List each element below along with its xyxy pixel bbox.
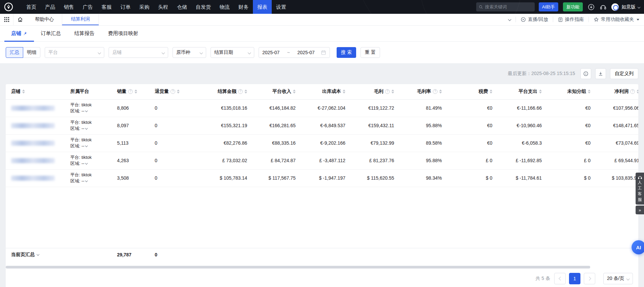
subtab[interactable]: 结算报告 — [68, 26, 101, 41]
help-icon[interactable]: ? — [171, 89, 175, 94]
nav-item[interactable]: 仓储 — [173, 0, 191, 14]
nav-item[interactable]: 报表 — [253, 0, 272, 14]
nav-item[interactable]: 设置 — [272, 0, 291, 14]
help-icon[interactable]: ? — [238, 89, 243, 94]
sort-icon[interactable] — [293, 89, 296, 94]
summary-label[interactable]: 当前页汇总 — [11, 252, 35, 257]
apps-grid-icon[interactable] — [0, 14, 13, 25]
nav-item[interactable]: 自发货 — [191, 0, 215, 14]
subtab[interactable]: 订单汇总 — [34, 26, 68, 41]
sort-icon[interactable] — [637, 89, 638, 94]
sort-icon[interactable] — [588, 89, 591, 94]
currency-select[interactable]: 原币种 — [173, 47, 206, 58]
chevron-down-icon[interactable] — [85, 127, 88, 130]
sort-icon[interactable] — [177, 89, 180, 94]
column-header[interactable]: 净利润? — [591, 84, 638, 99]
next-page-button[interactable] — [584, 273, 595, 284]
favorites-menu[interactable]: 常用功能收藏夹 — [589, 14, 644, 25]
prev-page-button[interactable] — [554, 273, 566, 284]
live-replay-link[interactable]: 直播/回放 — [516, 14, 553, 25]
nav-item[interactable]: 订单 — [116, 0, 135, 14]
sort-icon[interactable] — [539, 89, 542, 94]
subtab[interactable]: 店铺 — [4, 26, 34, 41]
collapse-widget-button[interactable]: » — [636, 206, 644, 214]
column-header[interactable]: 店铺 — [6, 84, 70, 99]
edition-label[interactable]: 如意版 — [621, 4, 636, 10]
column-header[interactable]: 结算金额? — [195, 84, 247, 99]
mode-summary-button[interactable]: 汇总 — [6, 47, 23, 58]
sort-icon[interactable] — [22, 89, 25, 94]
chevron-down-icon[interactable] — [85, 162, 88, 165]
column-header[interactable]: 销量? — [117, 84, 155, 99]
help-icon[interactable]: ? — [385, 89, 390, 94]
column-header[interactable]: 退货量? — [155, 84, 195, 99]
summary-sales: 29,787 — [117, 248, 155, 261]
date-to[interactable]: 2025-07 — [297, 50, 314, 55]
page-1-button[interactable]: 1 — [569, 273, 580, 284]
store-select[interactable]: 店铺 — [109, 47, 168, 58]
column-header[interactable]: 未知分组 — [542, 84, 591, 99]
nav-item[interactable]: 首页 — [22, 0, 41, 14]
global-search[interactable] — [476, 2, 535, 11]
help-icon[interactable]: ? — [630, 89, 635, 94]
column-header[interactable]: 平台收入 — [247, 84, 296, 99]
user-avatar[interactable] — [611, 3, 619, 11]
date-type-select[interactable]: 结算日期 — [211, 47, 254, 58]
export-icon-button[interactable] — [595, 68, 606, 79]
nav-item[interactable]: 广告 — [78, 0, 97, 14]
nav-item[interactable]: 产品 — [41, 0, 60, 14]
platform-select[interactable]: 平台 — [45, 47, 104, 58]
nav-item[interactable]: 销售 — [60, 0, 78, 14]
chevron-down-icon[interactable] — [85, 144, 88, 147]
nav-item[interactable]: 采购 — [135, 0, 154, 14]
date-from[interactable]: 2025-07 — [262, 50, 279, 55]
search-input[interactable] — [485, 4, 532, 9]
sort-icon[interactable] — [135, 89, 137, 94]
home-icon[interactable] — [13, 14, 27, 25]
headset-icon[interactable] — [599, 3, 607, 11]
download-icon[interactable] — [587, 3, 595, 11]
tabs-collapse-icon[interactable] — [504, 17, 516, 22]
tab-help-center[interactable]: 帮助中心 — [27, 14, 62, 25]
nav-item[interactable]: 财务 — [234, 0, 253, 14]
date-range-picker[interactable]: 2025-07 ~ 2025-07 — [259, 47, 330, 58]
subtab[interactable]: 费用项目映射 — [101, 26, 145, 41]
app-logo[interactable] — [4, 2, 13, 11]
column-header[interactable]: 税费 — [442, 84, 492, 99]
info-icon-button[interactable] — [580, 68, 591, 79]
chevron-down-icon[interactable] — [85, 179, 88, 182]
ai-assistant-button[interactable]: AI助手 — [539, 2, 558, 11]
region-value: -- — [81, 126, 84, 131]
help-icon[interactable]: ? — [433, 89, 438, 94]
star-icon — [594, 17, 599, 22]
nav-item[interactable]: 客服 — [97, 0, 116, 14]
horizontal-scrollbar[interactable] — [6, 266, 590, 268]
customize-columns-button[interactable]: 自定义列 — [610, 68, 638, 79]
column-header[interactable]: 所属平台 — [70, 84, 117, 99]
page-size-select[interactable]: 20 条/页 — [603, 273, 633, 284]
column-header[interactable]: 出库成本 — [296, 84, 345, 99]
column-header[interactable]: 毛利率? — [394, 84, 442, 99]
help-icon[interactable]: ? — [128, 89, 133, 94]
sort-icon[interactable] — [439, 89, 442, 94]
sort-icon[interactable] — [244, 89, 247, 94]
guide-link[interactable]: 操作指南 — [553, 14, 589, 25]
nav-item[interactable]: 头程 — [154, 0, 173, 14]
column-header[interactable]: 平台支出 — [492, 84, 542, 99]
cell-sales: 4,263 — [117, 152, 155, 169]
sort-icon[interactable] — [343, 89, 345, 94]
column-header[interactable]: 毛利? — [345, 84, 394, 99]
search-button[interactable]: 搜 索 — [337, 47, 356, 58]
chevron-down-icon[interactable] — [37, 253, 39, 256]
chevron-down-icon[interactable] — [85, 109, 88, 112]
ai-floating-button[interactable]: AI — [632, 240, 644, 254]
sort-icon[interactable] — [490, 89, 492, 94]
reset-button[interactable]: 重 置 — [361, 47, 380, 58]
nav-item[interactable]: 物流 — [215, 0, 234, 14]
mode-detail-button[interactable]: 明细 — [23, 47, 40, 58]
tab-settlement-profit[interactable]: 结算利润 — [62, 14, 99, 25]
chevron-down-icon[interactable] — [638, 5, 640, 8]
sort-icon[interactable] — [391, 89, 394, 94]
new-features-button[interactable]: 新功能 — [563, 2, 583, 11]
customer-service-widget[interactable]: 人工客服 — [636, 173, 644, 205]
